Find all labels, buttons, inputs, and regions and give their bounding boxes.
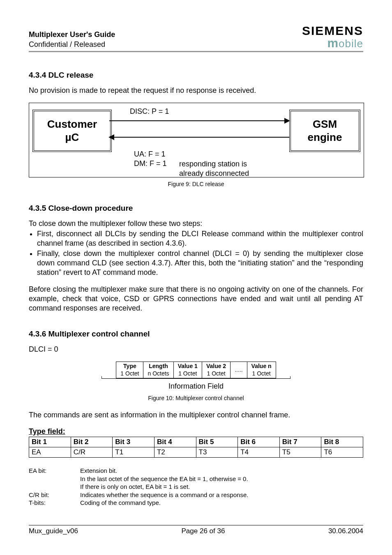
footer-center: Page 26 of 36 <box>182 527 225 535</box>
brand-siemens: SIEMENS <box>302 25 363 37</box>
ea-l2: In the last octet of the sequence the EA… <box>80 475 248 483</box>
figure-9-diagram: Customer µC GSM engine DISC: P = 1 UA: F… <box>29 103 364 177</box>
bullet-2: Finally, close down the multiplexer cont… <box>37 249 363 277</box>
tf-r0: EA <box>29 447 71 458</box>
info-underbar <box>101 378 291 382</box>
para-435-2: Before closing the multiplexer make sure… <box>29 285 363 313</box>
dlci-line: DLCI = 0 <box>29 345 363 354</box>
info-col-1: Lengthn Octets <box>143 362 173 378</box>
definitions: EA bit:Extension bit. In the last octet … <box>29 467 363 507</box>
gsm-box: GSM engine <box>289 110 360 152</box>
info-col-3: Value 21 Octet <box>202 362 230 378</box>
tf-h6: Bit 7 <box>279 437 321 447</box>
heading-4-3-6: 4.3.6 Multiplexer control channel <box>29 329 363 339</box>
customer-line2: µC <box>34 131 110 144</box>
footer-left: Mux_guide_v06 <box>29 527 78 535</box>
ea-l3: If there is only on octet, EA bit = 1 is… <box>80 483 190 491</box>
footer-right: 30.06.2004 <box>328 527 363 535</box>
tf-h2: Bit 3 <box>113 437 154 447</box>
type-field-heading: Type field: <box>29 427 363 436</box>
brand-mobile: mobile <box>302 37 363 49</box>
tf-h4: Bit 5 <box>196 437 238 447</box>
info-col-2: Value 11 Octet <box>173 362 202 378</box>
para-436: The commands are sent as information in … <box>29 410 363 420</box>
t-text: Coding of the command type. <box>80 499 161 507</box>
tf-r1: C/R <box>71 447 113 458</box>
customer-box: Customer µC <box>32 110 112 152</box>
ea-label: EA bit: <box>29 467 80 475</box>
bullet-1: First, disconnect all DLCIs by sending t… <box>37 229 363 248</box>
info-field-label: Information Field <box>29 382 363 391</box>
cr-label: C/R bit: <box>29 491 80 499</box>
dm-desc: responding station is already disconnect… <box>179 159 249 178</box>
tf-h7: Bit 8 <box>321 437 363 447</box>
tf-r2: T1 <box>113 447 154 458</box>
info-col-4: ..... <box>231 362 247 378</box>
para-435-intro: To close down the multiplexer follow the… <box>29 219 363 228</box>
arrow-right-icon <box>109 120 289 121</box>
tf-h5: Bit 6 <box>238 437 280 447</box>
tf-h0: Bit 1 <box>29 437 71 447</box>
tf-r6: T5 <box>279 447 321 458</box>
bullet-list-435: First, disconnect all DLCIs by sending t… <box>29 229 363 277</box>
page-footer: Mux_guide_v06 Page 26 of 36 30.06.2004 <box>29 525 363 535</box>
heading-4-3-4: 4.3.4 DLC release <box>29 71 363 80</box>
info-col-5: Value n1 Octet <box>247 362 276 378</box>
figure-9-caption: Figure 9: DLC release <box>29 181 363 187</box>
brand-block: SIEMENS mobile <box>302 25 363 49</box>
para-434: No provision is made to repeat the reque… <box>29 86 363 95</box>
tf-h3: Bit 4 <box>154 437 196 447</box>
figure-10-caption: Figure 10: Multiplexer control channel <box>29 395 363 401</box>
cr-text: Indicates whether the sequence is a comm… <box>80 491 248 499</box>
tf-r3: T2 <box>154 447 196 458</box>
doc-subtitle: Confidential / Released <box>29 40 115 49</box>
dm-label: DM: F = 1 <box>134 159 167 168</box>
tf-r7: T6 <box>321 447 363 458</box>
t-label: T-bits: <box>29 499 80 507</box>
tf-h1: Bit 2 <box>71 437 113 447</box>
type-field-table: Bit 1 Bit 2 Bit 3 Bit 4 Bit 5 Bit 6 Bit … <box>29 437 363 458</box>
ea-l1: Extension bit. <box>80 467 117 475</box>
customer-line1: Customer <box>34 118 110 131</box>
heading-4-3-5: 4.3.5 Close-down procedure <box>29 204 363 213</box>
info-col-0: Type1 Octet <box>116 362 143 378</box>
doc-title: Multiplexer User's Guide <box>29 30 115 39</box>
header-left: Multiplexer User's Guide Confidential / … <box>29 30 115 49</box>
page-header: Multiplexer User's Guide Confidential / … <box>29 25 363 52</box>
tf-r4: T3 <box>196 447 238 458</box>
tf-r5: T4 <box>238 447 280 458</box>
gsm-line2: engine <box>291 131 359 144</box>
arrow-left-icon <box>109 137 289 138</box>
disc-label: DISC: P = 1 <box>130 107 169 116</box>
gsm-line1: GSM <box>291 118 359 131</box>
ua-label: UA: F = 1 <box>134 150 166 159</box>
info-field-table: Type1 Octet Lengthn Octets Value 11 Octe… <box>116 362 276 378</box>
